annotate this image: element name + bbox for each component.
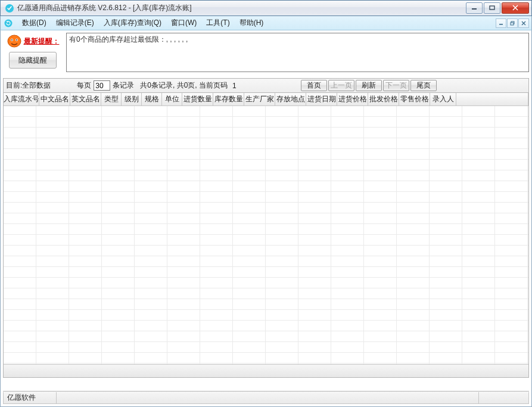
mdi-restore-button[interactable] (507, 18, 518, 28)
column-header[interactable]: 录入人 (430, 93, 456, 105)
svg-point-7 (8, 35, 21, 47)
mdi-close-button[interactable] (518, 18, 529, 28)
window-maximize-button[interactable] (484, 2, 500, 14)
status-right (479, 392, 529, 404)
current-page-number: 1 (232, 82, 237, 90)
spacer (3, 378, 529, 391)
window-minimize-button[interactable] (466, 2, 483, 14)
column-header[interactable]: 批发价格 (368, 93, 399, 105)
status-middle (57, 392, 479, 404)
svg-point-3 (5, 19, 13, 27)
column-header[interactable]: 中文品名 (39, 93, 70, 105)
per-page-prefix: 每页 (77, 80, 91, 91)
column-header[interactable]: 进货日期 (306, 93, 337, 105)
column-header[interactable]: 进货数量 (182, 93, 213, 105)
svg-rect-1 (472, 8, 477, 10)
record-summary: 共0条记录, 共0页, 当前页码 (140, 80, 228, 91)
menu-tools[interactable]: 工具(T) (201, 16, 234, 30)
reminder-label: 最新提醒： (24, 36, 60, 46)
paging-toolbar: 目前:全部数据 每页 条记录 共0条记录, 共0页, 当前页码 1 首页 上一页… (3, 78, 529, 93)
window-title: 亿愿通用商品进销存系统 V2.6.812 - [入库(库存)流水账] (17, 3, 466, 13)
next-page-button[interactable]: 下一页 (383, 80, 409, 91)
column-header-filler (456, 93, 528, 105)
reminder-text: 有0个商品的库存超过最低限：, , , , , , (66, 33, 529, 72)
svg-rect-4 (499, 24, 503, 25)
grid-body[interactable] (4, 106, 528, 364)
data-grid: 入库流水号中文品名英文品名类型级别规格单位进货数量库存数量生产厂家存放地点进货日… (3, 93, 529, 378)
column-header[interactable]: 零售价格 (399, 93, 430, 105)
grid-hscroll-area[interactable] (4, 364, 528, 377)
window-titlebar: 亿愿通用商品进销存系统 V2.6.812 - [入库(库存)流水账] (0, 0, 532, 16)
page-size-input[interactable] (94, 80, 110, 91)
svg-point-9 (11, 39, 13, 41)
svg-rect-2 (490, 6, 494, 10)
svg-point-11 (16, 39, 17, 41)
column-header[interactable]: 库存数量 (213, 93, 244, 105)
mdi-minimize-button[interactable] (496, 18, 506, 28)
first-page-button[interactable]: 首页 (301, 80, 327, 91)
column-header[interactable]: 单位 (162, 93, 182, 105)
statusbar: 亿愿软件 (3, 391, 529, 404)
smiley-icon (7, 34, 22, 48)
column-header[interactable]: 类型 (101, 93, 122, 105)
column-header[interactable]: 英文品名 (70, 93, 101, 105)
column-header[interactable]: 生产厂家 (244, 93, 275, 105)
per-page-suffix: 条记录 (113, 80, 134, 91)
grid-header-row: 入库流水号中文品名英文品名类型级别规格单位进货数量库存数量生产厂家存放地点进货日… (4, 93, 528, 106)
reminder-panel: 最新提醒： 隐藏提醒 有0个商品的库存超过最低限：, , , , , , (3, 33, 529, 72)
menu-data[interactable]: 数据(D) (17, 16, 51, 30)
menu-edit-record[interactable]: 编辑记录(E) (51, 16, 99, 30)
column-header[interactable]: 级别 (122, 93, 142, 105)
column-header[interactable]: 存放地点 (275, 93, 306, 105)
app-icon (5, 4, 14, 13)
refresh-button[interactable]: 刷新 (356, 80, 382, 91)
status-left: 亿愿软件 (3, 392, 57, 404)
menu-inbound-query[interactable]: 入库(库存)查询(Q) (99, 16, 166, 30)
column-header[interactable]: 进货价格 (337, 93, 368, 105)
refresh-icon (3, 18, 14, 29)
last-page-button[interactable]: 尾页 (410, 80, 437, 91)
window-close-button[interactable] (502, 2, 529, 14)
menu-window[interactable]: 窗口(W) (166, 16, 201, 30)
menu-help[interactable]: 帮助(H) (235, 16, 269, 30)
column-header[interactable]: 规格 (142, 93, 162, 105)
column-header[interactable]: 入库流水号 (4, 93, 39, 105)
menubar: 数据(D) 编辑记录(E) 入库(库存)查询(Q) 窗口(W) 工具(T) 帮助… (0, 16, 532, 30)
hide-reminder-button[interactable]: 隐藏提醒 (9, 52, 57, 69)
svg-rect-6 (511, 23, 514, 25)
current-dataset-label: 目前:全部数据 (6, 80, 51, 91)
prev-page-button[interactable]: 上一页 (328, 80, 354, 91)
